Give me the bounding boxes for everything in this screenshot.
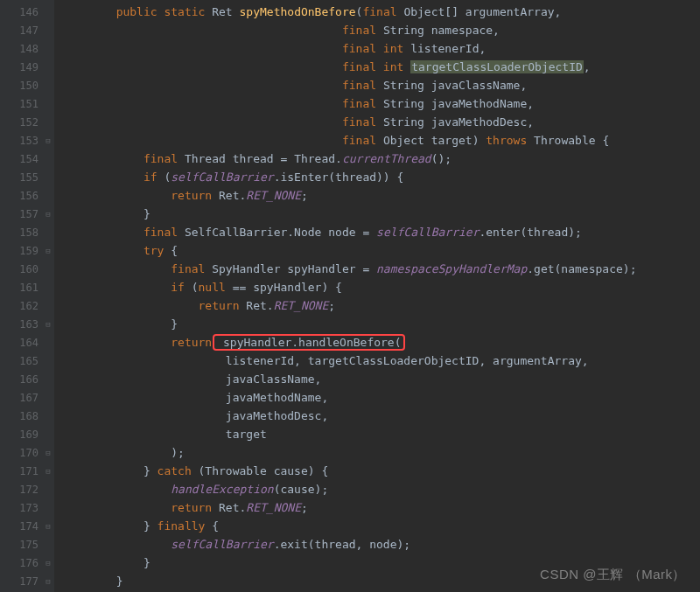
code-line[interactable]: if (null == spyHandler) { — [54, 278, 700, 296]
code-line[interactable]: javaMethodDesc, — [54, 407, 700, 425]
identifier-token: .isEnter(thread)) { — [274, 171, 404, 184]
identifier-token: } — [116, 575, 123, 588]
static-call-token: handleException — [171, 483, 273, 496]
type-token: Ret. — [219, 501, 246, 514]
identifier-token: (cause); — [274, 483, 329, 496]
code-line[interactable]: } catch (Throwable cause) { — [54, 462, 700, 480]
line-number: 164 — [0, 333, 54, 352]
identifier-token: { — [602, 134, 609, 147]
fold-marker-icon[interactable]: ⊟ — [44, 559, 52, 568]
fold-marker-icon[interactable]: ⊟ — [44, 577, 52, 586]
code-line[interactable]: public static Ret spyMethodOnBefore(fina… — [54, 3, 700, 21]
line-number: 161 — [0, 278, 54, 296]
identifier-token: ( — [164, 171, 171, 184]
line-number: 171⊟ — [0, 462, 54, 480]
code-line[interactable]: final Object target) throws Throwable { — [54, 131, 700, 150]
code-line[interactable]: final Thread thread = Thread.currentThre… — [54, 150, 700, 168]
identifier-token: } — [144, 556, 150, 569]
keyword-token: final — [342, 24, 383, 37]
line-number: 177⊟ — [0, 572, 54, 590]
code-line[interactable]: handleException(cause); — [54, 480, 700, 498]
type-token: String — [383, 115, 431, 129]
code-line[interactable]: return spyHandler.handleOnBefore( — [54, 333, 700, 352]
code-line[interactable]: return Ret.RET_NONE; — [54, 186, 700, 205]
fold-marker-icon[interactable]: ⊟ — [44, 136, 52, 145]
type-token: Object — [383, 134, 431, 147]
identifier-token: thread = Thread. — [233, 152, 342, 165]
identifier-token: listenerId, — [410, 42, 486, 55]
identifier-token: javaMethodName, — [226, 391, 328, 404]
line-number: 158 — [0, 223, 54, 241]
line-number: 170⊟ — [0, 443, 54, 462]
identifier-token: listenerId, targetClassLoaderObjectID, a… — [226, 354, 589, 367]
code-line[interactable]: final int listenerId, — [54, 39, 700, 58]
code-line[interactable]: javaMethodName, — [54, 388, 700, 407]
line-number: 149 — [0, 58, 54, 76]
code-line[interactable]: } — [54, 205, 700, 223]
identifier-token: .enter(thread); — [479, 226, 581, 239]
code-line[interactable]: final int targetClassLoaderObjectID, — [54, 58, 700, 76]
keyword-token: throws — [486, 134, 534, 147]
identifier-token: ( — [192, 281, 199, 294]
fold-marker-icon[interactable]: ⊟ — [44, 320, 52, 329]
keyword-token: return — [171, 189, 219, 202]
type-token: SelfCallBarrier.Node — [185, 226, 328, 239]
identifier-token: .exit(thread, node); — [274, 538, 411, 551]
line-number: 168 — [0, 407, 54, 425]
line-number: 155 — [0, 168, 54, 186]
code-line[interactable]: return Ret.RET_NONE; — [54, 296, 700, 315]
fold-marker-icon[interactable]: ⊟ — [44, 210, 52, 219]
code-line[interactable]: final SelfCallBarrier.Node node = selfCa… — [54, 223, 700, 241]
code-line[interactable]: final String namespace, — [54, 21, 700, 39]
keyword-token: if — [171, 281, 191, 294]
code-line[interactable]: selfCallBarrier.exit(thread, node); — [54, 535, 700, 554]
identifier-token: } — [144, 519, 158, 533]
identifier-token: javaMethodName, — [431, 97, 534, 110]
line-number: 154 — [0, 150, 54, 168]
identifier-token: javaClassName, — [431, 79, 528, 92]
code-line[interactable]: final String javaClassName, — [54, 76, 700, 94]
code-line[interactable]: target — [54, 425, 700, 443]
keyword-token: final — [144, 226, 185, 239]
identifier-token: javaMethodDesc, — [431, 115, 534, 129]
identifier-token: { — [212, 519, 219, 533]
type-token: String — [383, 97, 431, 110]
code-line[interactable]: final String javaMethodName, — [54, 94, 700, 113]
code-line[interactable]: try { — [54, 241, 700, 260]
method-name-token: spyMethodOnBefore — [240, 5, 356, 18]
keyword-token: if — [144, 171, 164, 184]
identifier-token: ); — [171, 446, 185, 459]
keyword-token: return — [199, 299, 247, 312]
code-line[interactable]: } finally { — [54, 517, 700, 535]
code-line[interactable]: final SpyHandler spyHandler = namespaceS… — [54, 260, 700, 278]
constant-token: RET_NONE — [274, 299, 329, 312]
identifier-token: ; — [301, 189, 308, 202]
code-line[interactable]: javaClassName, — [54, 370, 700, 388]
fold-marker-icon[interactable]: ⊟ — [44, 522, 52, 531]
keyword-token: return — [171, 501, 219, 514]
line-number: 176⊟ — [0, 554, 54, 572]
code-line[interactable]: ); — [54, 443, 700, 462]
identifier-token: } — [171, 317, 178, 331]
code-area[interactable]: public static Ret spyMethodOnBefore(fina… — [54, 0, 700, 592]
code-line[interactable]: if (selfCallBarrier.isEnter(thread)) { — [54, 168, 700, 186]
code-line[interactable]: listenerId, targetClassLoaderObjectID, a… — [54, 352, 700, 370]
type-token: SpyHandler — [212, 262, 287, 275]
keyword-token: final — [171, 262, 212, 275]
identifier-token: spyHandler = — [287, 262, 376, 275]
identifier-token: node = — [328, 226, 376, 239]
identifier-token: target — [226, 428, 267, 441]
fold-marker-icon[interactable]: ⊟ — [44, 467, 52, 476]
static-field-token: selfCallBarrier — [376, 226, 479, 239]
keyword-token: final — [362, 5, 403, 18]
line-number: 165 — [0, 352, 54, 370]
fold-marker-icon[interactable]: ⊟ — [44, 247, 52, 255]
keyword-token: final int — [342, 60, 410, 73]
line-number: 160 — [0, 260, 54, 278]
code-line[interactable]: } — [54, 315, 700, 333]
identifier-token: } — [144, 207, 150, 220]
line-number: 151 — [0, 94, 54, 113]
code-line[interactable]: final String javaMethodDesc, — [54, 113, 700, 131]
code-line[interactable]: return Ret.RET_NONE; — [54, 498, 700, 517]
fold-marker-icon[interactable]: ⊟ — [44, 449, 52, 457]
